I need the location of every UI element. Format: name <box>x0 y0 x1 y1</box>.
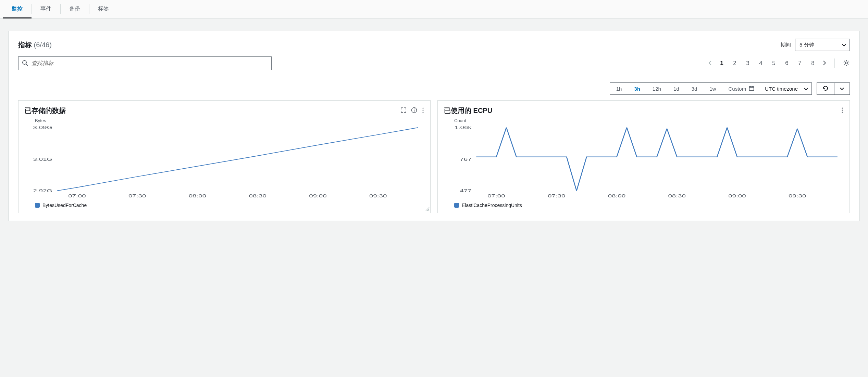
tab-label: 备份 <box>69 5 80 13</box>
chart-legend: BytesUsedForCache <box>35 203 424 208</box>
caret-down-icon <box>804 86 808 92</box>
search-input[interactable] <box>32 60 268 66</box>
search-box[interactable] <box>18 56 272 70</box>
svg-text:3.01G: 3.01G <box>33 156 52 161</box>
svg-text:2.92G: 2.92G <box>33 188 52 193</box>
svg-point-8 <box>414 108 414 109</box>
tab-label: 监控 <box>12 5 23 13</box>
range-label: 1d <box>673 86 679 92</box>
more-vert-icon[interactable] <box>422 107 424 114</box>
svg-point-23 <box>842 109 843 110</box>
charts-grid: 已存储的数据 Bytes 2.92G3.01G3.09G07:0007:3008… <box>9 98 859 221</box>
tab-label: 标签 <box>98 5 109 13</box>
range-label: 3h <box>634 86 640 92</box>
range-label: 1h <box>616 86 622 92</box>
svg-text:09:00: 09:00 <box>728 193 746 198</box>
page-number[interactable]: 1 <box>719 60 725 67</box>
panel-title: 指标 (6/46) <box>18 40 52 50</box>
page-number[interactable]: 7 <box>797 60 803 67</box>
svg-point-10 <box>422 107 423 108</box>
svg-point-22 <box>842 107 843 108</box>
svg-text:07:30: 07:30 <box>548 193 565 198</box>
svg-point-24 <box>842 112 843 113</box>
tabs-bar: 监控 事件 备份 标签 <box>0 0 868 18</box>
search-icon <box>22 60 28 67</box>
svg-text:07:30: 07:30 <box>128 193 146 198</box>
period-select[interactable]: 5 分钟 <box>795 39 850 51</box>
tab-backups[interactable]: 备份 <box>60 0 89 18</box>
period-label: 期间 <box>781 42 791 48</box>
chart-header: 已使用的 ECPU <box>444 106 843 115</box>
panel-count: (6/46) <box>34 41 52 49</box>
timezone-value: UTC timezone <box>765 86 798 92</box>
svg-text:08:30: 08:30 <box>249 193 266 198</box>
page-number[interactable]: 4 <box>758 60 764 67</box>
panel-header: 指标 (6/46) 期间 5 分钟 <box>9 31 859 56</box>
svg-point-12 <box>422 112 423 113</box>
range-1d[interactable]: 1d <box>667 83 685 94</box>
page-number[interactable]: 5 <box>771 60 777 67</box>
chart-ylabel: Bytes <box>35 118 424 123</box>
pager-divider <box>834 58 835 68</box>
timerange-toolbar: 1h 3h 12h 1d 3d 1w Custom UTC timezone <box>9 76 859 98</box>
page-next-icon[interactable] <box>823 60 826 67</box>
timezone-select[interactable]: UTC timezone <box>760 82 812 95</box>
panel-title-text: 指标 <box>18 41 32 49</box>
svg-text:477: 477 <box>460 188 471 193</box>
svg-text:08:30: 08:30 <box>668 193 685 198</box>
svg-text:3.09G: 3.09G <box>33 125 52 130</box>
chart-header: 已存储的数据 <box>25 106 424 115</box>
svg-point-2 <box>845 62 847 64</box>
svg-text:08:00: 08:00 <box>189 193 206 198</box>
tab-tags[interactable]: 标签 <box>89 0 118 18</box>
range-1h[interactable]: 1h <box>610 83 628 94</box>
chart-title: 已使用的 ECPU <box>444 106 492 115</box>
refresh-options-button[interactable] <box>834 82 850 95</box>
page-number[interactable]: 3 <box>745 60 751 67</box>
timerange-segmented: 1h 3h 12h 1d 3d 1w Custom <box>610 82 760 95</box>
range-1w[interactable]: 1w <box>703 83 722 94</box>
tab-monitoring[interactable]: 监控 <box>3 0 32 18</box>
range-label: 3d <box>692 86 697 92</box>
chart-ylabel: Count <box>454 118 843 123</box>
svg-rect-3 <box>749 86 754 90</box>
settings-gear-icon[interactable] <box>843 60 850 67</box>
tab-label: 事件 <box>40 5 51 13</box>
tab-events[interactable]: 事件 <box>32 0 60 18</box>
chart-card-stored-data: 已存储的数据 Bytes 2.92G3.01G3.09G07:0007:3008… <box>18 100 431 213</box>
legend-swatch <box>454 203 459 208</box>
page-number[interactable]: 2 <box>732 60 738 67</box>
page-prev-icon[interactable] <box>708 60 712 67</box>
svg-text:09:30: 09:30 <box>369 193 387 198</box>
chart-title: 已存储的数据 <box>25 106 66 115</box>
refresh-button[interactable] <box>817 82 834 95</box>
metrics-panel: 指标 (6/46) 期间 5 分钟 1 2 3 <box>8 31 860 221</box>
range-label: 1w <box>709 86 716 92</box>
range-custom-label: Custom <box>728 86 746 92</box>
period-selector-wrap: 期间 5 分钟 <box>781 39 850 51</box>
info-icon[interactable] <box>411 107 417 114</box>
page-number[interactable]: 6 <box>784 60 790 67</box>
resize-handle-icon[interactable] <box>425 206 429 212</box>
pager: 1 2 3 4 5 6 7 8 <box>708 58 850 68</box>
range-12h[interactable]: 12h <box>646 83 667 94</box>
chart-card-ecpu: 已使用的 ECPU Count 4777671.06k07:0007:3008:… <box>437 100 850 213</box>
page-number[interactable]: 8 <box>810 60 816 67</box>
svg-text:767: 767 <box>460 156 471 161</box>
range-label: 12h <box>653 86 661 92</box>
refresh-icon <box>822 85 829 92</box>
expand-icon[interactable] <box>401 107 406 114</box>
svg-text:09:00: 09:00 <box>309 193 326 198</box>
range-custom[interactable]: Custom <box>722 83 760 94</box>
more-vert-icon[interactable] <box>841 107 843 114</box>
caret-down-icon <box>842 42 846 48</box>
svg-text:07:00: 07:00 <box>487 193 505 198</box>
svg-text:09:30: 09:30 <box>789 193 806 198</box>
range-3d[interactable]: 3d <box>685 83 704 94</box>
search-and-pager-row: 1 2 3 4 5 6 7 8 <box>9 56 859 76</box>
period-value: 5 分钟 <box>799 42 814 48</box>
range-3h[interactable]: 3h <box>628 83 646 94</box>
svg-text:1.06k: 1.06k <box>454 125 472 130</box>
calendar-icon <box>749 86 754 92</box>
chart-legend: ElastiCacheProcessingUnits <box>454 203 843 208</box>
